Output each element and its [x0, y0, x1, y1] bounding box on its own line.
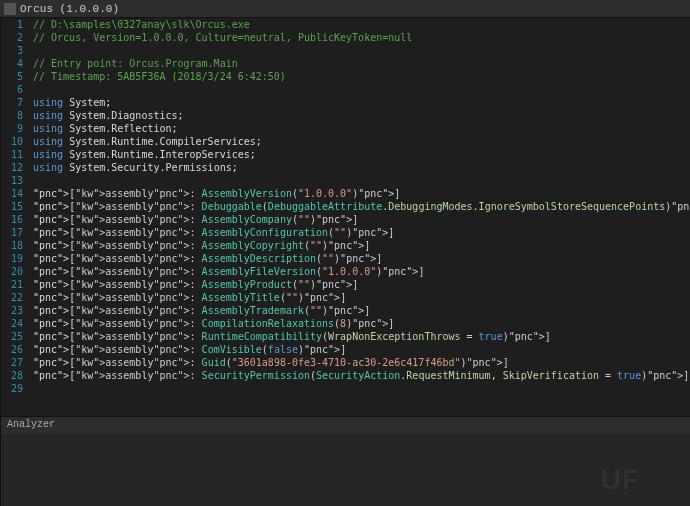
analyzer-title: Analyzer	[7, 419, 55, 430]
right-pane: 1 2 3 4 5 6 7 8 9 10 11 12 13 14 15 16 1…	[0, 18, 690, 506]
main-split: ◢Orcus.exe◢Orcus.exe▸References▸Resource…	[0, 18, 690, 506]
line-gutter: 1 2 3 4 5 6 7 8 9 10 11 12 13 14 15 16 1…	[1, 18, 29, 416]
title-bar: Orcus (1.0.0.0)	[0, 0, 690, 18]
window-title: Orcus (1.0.0.0)	[20, 3, 119, 15]
code-editor[interactable]: 1 2 3 4 5 6 7 8 9 10 11 12 13 14 15 16 1…	[1, 18, 690, 416]
watermark: UF	[601, 464, 640, 496]
app-icon	[4, 3, 16, 15]
analyzer-body: UF	[1, 434, 690, 506]
code-lines: // D:\samples\0327anay\slk\Orcus.exe // …	[29, 18, 690, 416]
analyzer-tab[interactable]: Analyzer	[1, 416, 690, 434]
